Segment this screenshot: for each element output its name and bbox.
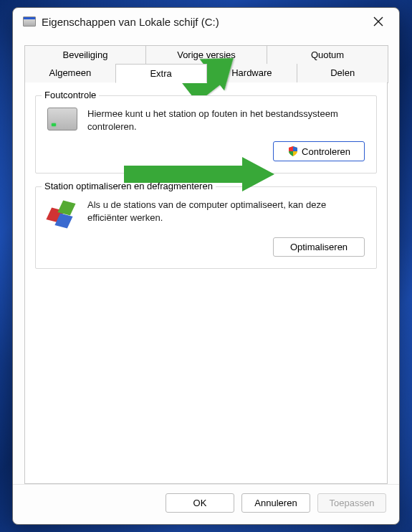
tab-hardware[interactable]: Hardware <box>206 64 298 83</box>
defragment-icon <box>47 199 77 229</box>
window-title: Eigenschappen van Lokale schijf (C:) <box>42 16 219 28</box>
drive-icon <box>23 16 36 27</box>
tabs: Beveiliging Vorige versies Quotum Algeme… <box>13 37 399 484</box>
tabs-row-2: Algemeen Extra Hardware Delen <box>24 64 388 83</box>
optimize-description: Als u de stations van de computer optima… <box>87 199 365 224</box>
check-button-label: Controleren <box>302 146 350 157</box>
tab-panel-extra: Foutcontrole Hiermee kunt u het station … <box>24 82 388 484</box>
cancel-button[interactable]: Annuleren <box>241 493 310 513</box>
tabs-row-1: Beveiliging Vorige versies Quotum <box>24 45 388 64</box>
ok-button[interactable]: OK <box>166 493 234 513</box>
tab-extra[interactable]: Extra <box>115 64 207 83</box>
harddrive-icon <box>47 108 77 130</box>
uac-shield-icon <box>287 146 299 157</box>
check-button[interactable]: Controleren <box>273 141 365 161</box>
titlebar: Eigenschappen van Lokale schijf (C:) <box>13 8 399 37</box>
group-optimize: Station optimaliseren en defragmenteren … <box>35 186 377 269</box>
group-error-checking: Foutcontrole Hiermee kunt u het station … <box>35 95 377 174</box>
apply-button: Toepassen <box>317 493 386 513</box>
group-optimize-title: Station optimaliseren en defragmenteren <box>42 181 216 191</box>
dialog-buttons: OK Annuleren Toepassen <box>13 484 399 524</box>
tab-delen[interactable]: Delen <box>297 64 388 83</box>
group-error-checking-title: Foutcontrole <box>42 90 99 100</box>
optimize-button[interactable]: Optimaliseren <box>273 237 365 257</box>
properties-dialog: Eigenschappen van Lokale schijf (C:) Bev… <box>12 7 400 525</box>
optimize-button-label: Optimaliseren <box>290 242 348 252</box>
tab-algemeen[interactable]: Algemeen <box>24 64 116 83</box>
tab-quotum[interactable]: Quotum <box>267 45 388 64</box>
tab-vorige-versies[interactable]: Vorige versies <box>145 45 267 64</box>
close-button[interactable] <box>366 11 391 32</box>
error-check-description: Hiermee kunt u het station op fouten in … <box>87 108 365 133</box>
tab-beveiliging[interactable]: Beveiliging <box>24 45 146 64</box>
close-icon <box>373 16 383 27</box>
